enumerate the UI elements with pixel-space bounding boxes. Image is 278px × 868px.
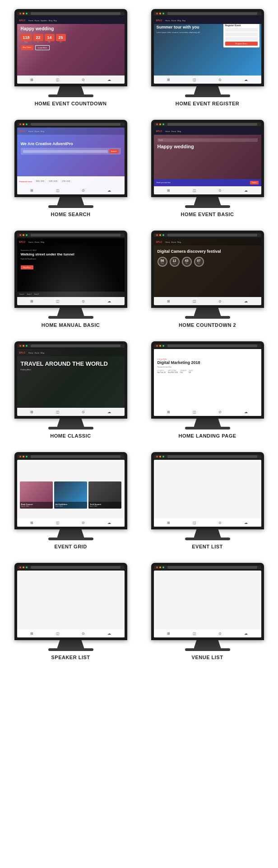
cd2-hours-num: 12 xyxy=(173,259,176,262)
form-submit-btn[interactable]: Register Event xyxy=(225,42,258,46)
demo-label-basic: HOME EVENT BASIC xyxy=(181,212,234,217)
screen-speakers: EPLO Archives: Speakers LOREM IN. Speake… xyxy=(17,571,125,637)
demo-item-cd2: EPLO Home Event Blog Digital Camera disc… xyxy=(141,231,273,328)
monitor-countdown: EPLO Home Event Speaker Blog Buy Happy w… xyxy=(12,9,130,97)
nav-logo-manual: EPLO xyxy=(19,241,26,243)
demo-label-search: HOME SEARCH xyxy=(51,212,90,217)
form-field-1[interactable] xyxy=(225,28,258,32)
footer-icon-v3: ⊙ xyxy=(218,632,222,636)
demo-label-venues: VENUE LIST xyxy=(192,655,223,660)
search-input[interactable] xyxy=(23,150,108,153)
days-counter: 118 xyxy=(21,34,32,41)
evgrid-card-3-date: Nov 2, 2018 xyxy=(90,505,120,507)
speaker-value: 150+ xyxy=(180,372,186,373)
footer-search-icon-r: ⊙ xyxy=(218,78,222,82)
form-field-3[interactable] xyxy=(225,37,258,41)
landing-desc: Recreate the Next Step xyxy=(158,366,258,368)
footer-icon-l3: ⊙ xyxy=(218,410,222,414)
basic-title: Happy wedding xyxy=(158,144,258,149)
footer-icon-eg4: ☁ xyxy=(107,521,111,525)
footer-icon-sp3: ⊙ xyxy=(82,632,85,636)
mins-counter: 14 xyxy=(45,34,55,41)
form-field-2[interactable] xyxy=(225,33,258,36)
basic-explore-btn[interactable]: Explore xyxy=(250,181,258,184)
monitor-search: EPLO Home Event Blog We Are Creative Adv… xyxy=(12,120,130,208)
seats-value: 500 xyxy=(189,372,193,373)
screen-register: EPLO Home Event Blog Buy Summer tour wit… xyxy=(154,17,261,84)
cd2-secs-circle: 07 Sec xyxy=(194,257,204,267)
cd2-mins-circle: 43 Min xyxy=(182,257,192,267)
demo-label-speakers: SPEAKER LIST xyxy=(51,655,90,660)
cd2-days-num: 56 xyxy=(161,259,164,262)
footer-cal-icon-r: ◫ xyxy=(193,78,196,82)
monitor-evgrid: EPLO Home Event Archives: Events All Cat… xyxy=(12,452,130,540)
footer-icon-cl2: ◫ xyxy=(56,410,60,414)
cd2-mins-num: 43 xyxy=(185,259,189,262)
register-sub: Lorem ipsum dolor sit amet, consectetur … xyxy=(157,31,202,33)
demo-label-register: HOME EVENT REGISTER xyxy=(176,101,240,106)
monitor-speakers: EPLO Archives: Speakers LOREM IN. Speake… xyxy=(12,563,130,651)
footer-tv-icon-r: ⊞ xyxy=(167,78,170,82)
countdown-title: Happy wedding xyxy=(21,26,121,31)
nav-logo-cd2: EPLO xyxy=(156,241,162,243)
buy-ticket-btn[interactable]: Buy Ticket xyxy=(21,45,33,50)
footer-icon-v2: ◫ xyxy=(193,632,196,636)
nav-logo-basic: EPLO xyxy=(156,130,162,132)
monitor-landing: EPLO Home Event Blog 4 Sep 2018 Digital … xyxy=(149,341,266,429)
event-pill-1[interactable]: 09:00 - 12:00 xyxy=(34,180,46,183)
demos-grid: EPLO Home Event Speaker Blog Buy Happy w… xyxy=(0,0,278,669)
event-pill-2[interactable]: 12:00 - 16:00 xyxy=(47,180,59,183)
evgrid-card-3[interactable]: Tech Summit Nov 2, 2018 xyxy=(88,481,121,509)
footer-icon-eg1: ⊞ xyxy=(30,521,33,525)
screen-classic: EPLO Home Event Blog TRAVEL AROUND THE W… xyxy=(17,349,125,416)
learn-more-btn[interactable]: Learn More xyxy=(35,45,50,50)
cd2-hours-circle: 12 Hrs xyxy=(170,257,180,267)
footer-icon-el2: ◫ xyxy=(193,521,196,525)
search-box[interactable]: Search xyxy=(21,148,121,155)
footer-search-icon: ⊙ xyxy=(82,78,85,82)
footer-icon-b1: ⊞ xyxy=(167,189,170,193)
screen-evlist: EPLO Home Event Archives: Events xyxy=(154,460,261,527)
manual-bottom-item-2: Event 2 xyxy=(27,293,32,295)
screen-venues: EPLO Archives: Venue LBC studio & Grand … xyxy=(154,571,261,637)
footer-icon-el3: ⊙ xyxy=(218,521,222,525)
demo-item-basic: EPLO Home Event Blog Search Happy weddin… xyxy=(141,120,273,217)
demo-item-speakers: EPLO Archives: Speakers LOREM IN. Speake… xyxy=(5,563,137,660)
footer-icon-v4: ☁ xyxy=(244,632,248,636)
footer-icon-cl3: ⊙ xyxy=(82,410,85,414)
footer-icon-cd3: ⊙ xyxy=(218,299,222,303)
footer-icon-l1: ⊞ xyxy=(167,410,170,414)
event-pill-3[interactable]: 17:00 - 21:00 xyxy=(60,180,72,183)
screen-countdown: EPLO Home Event Speaker Blog Buy Happy w… xyxy=(17,17,125,84)
demo-label-evlist: EVENT LIST xyxy=(192,544,223,549)
manual-bottom-item-1: Event 1 xyxy=(20,293,24,295)
demo-label-evgrid: EVENT GRID xyxy=(54,544,87,549)
demo-label-classic: HOME CLASSIC xyxy=(50,433,91,439)
manual-sub: Find the NextEvent xyxy=(21,258,121,260)
footer-cal-icon: ◫ xyxy=(56,78,60,82)
footer-icon-s3: ⊙ xyxy=(82,189,85,193)
footer-cloud-icon: ☁ xyxy=(107,78,111,82)
nav-logo-classic: EPLO xyxy=(19,351,26,354)
nav-logo-register: EPLO xyxy=(156,19,162,22)
footer-icon-s4: ☁ xyxy=(107,189,111,193)
evgrid-card-2[interactable]: Art Exhibition Oct 5, 2018 xyxy=(54,481,87,509)
landing-title: Digital Marketing 2018 xyxy=(158,360,258,365)
footer-icon-el4: ☁ xyxy=(244,521,248,525)
screen-search: EPLO Home Event Blog We Are Creative Adv… xyxy=(17,127,125,194)
monitor-cd2: EPLO Home Event Blog Digital Camera disc… xyxy=(149,231,266,319)
search-submit-btn[interactable]: Search xyxy=(109,149,119,153)
search-small-text: Search xyxy=(159,139,163,141)
evgrid-card-1[interactable]: Rock Concert Sep 12, 2018 xyxy=(20,481,53,509)
footer-icon-cl1: ⊞ xyxy=(30,410,33,414)
cd2-secs-num: 07 xyxy=(197,259,201,262)
footer-icon-l2: ◫ xyxy=(193,410,196,414)
manual-btn[interactable]: Buy Now xyxy=(21,265,33,269)
manual-bottom-item-3: Event 3 xyxy=(34,293,39,295)
footer-icon-cd2: ◫ xyxy=(193,299,196,303)
register-title: Summer tour with you xyxy=(157,25,211,30)
footer-icon-b3: ⊙ xyxy=(218,189,222,193)
demo-label-countdown: HOME EVENT COUNTDOWN xyxy=(35,101,107,106)
monitor-classic: EPLO Home Event Blog TRAVEL AROUND THE W… xyxy=(12,341,130,429)
demo-item-classic: EPLO Home Event Blog TRAVEL AROUND THE W… xyxy=(5,341,137,439)
